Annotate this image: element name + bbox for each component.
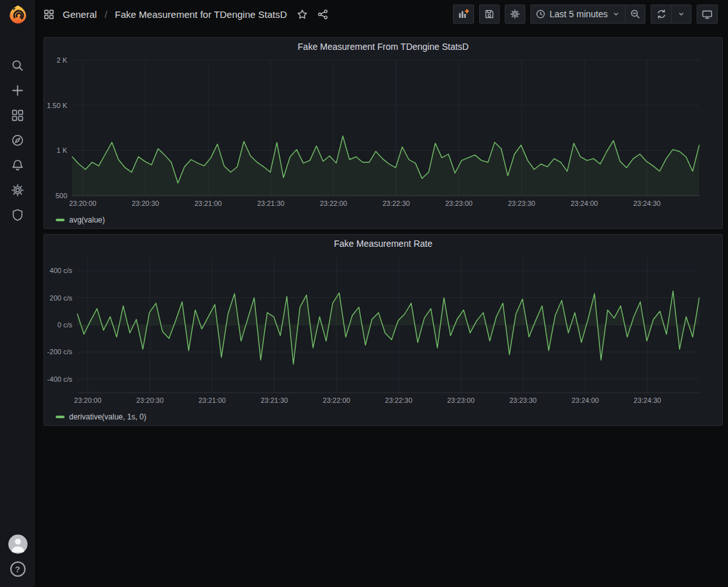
sidebar-item-create[interactable] (5, 84, 31, 97)
dashboard-toolbar: Last 5 minutes (453, 4, 718, 24)
panel-header[interactable]: Fake Measurement From TDengine StatsD (44, 38, 722, 55)
legend-label[interactable]: avg(value) (69, 215, 105, 224)
sidebar-item-alerting[interactable] (5, 159, 31, 171)
refresh-button[interactable] (651, 4, 671, 24)
apps-grid-icon[interactable] (44, 9, 54, 20)
time-controls: Last 5 minutes (530, 4, 645, 24)
cycle-view-mode-button[interactable] (697, 4, 718, 24)
share-icon (317, 9, 328, 20)
grafana-logo[interactable] (0, 0, 35, 28)
sidebar-item-configuration[interactable] (5, 184, 31, 196)
person-icon (8, 535, 28, 554)
dashboards-grid-icon (11, 109, 24, 122)
panel-fake-measurement-rate: Fake Measurement Rate 23:20:0023:20:3023… (44, 234, 723, 426)
help-icon: ? (15, 565, 20, 574)
main-content: General / Fake Measurement for TDengine … (35, 0, 728, 426)
svg-text:1 K: 1 K (56, 146, 67, 154)
share-dashboard-button[interactable] (317, 9, 328, 20)
svg-text:23:23:30: 23:23:30 (509, 396, 537, 404)
sidebar-menu (5, 59, 31, 221)
svg-text:23:24:30: 23:24:30 (634, 396, 661, 404)
svg-text:23:22:00: 23:22:00 (320, 200, 347, 207)
timeseries-chart-avg-value[interactable]: 23:20:0023:20:3023:21:0023:21:3023:22:00… (44, 55, 722, 212)
refresh-interval-dropdown[interactable] (671, 4, 692, 24)
zoom-out-button[interactable] (625, 4, 645, 24)
gear-icon (510, 9, 520, 19)
time-range-label: Last 5 minutes (550, 9, 608, 19)
shield-icon (11, 208, 24, 222)
top-navbar: General / Fake Measurement for TDengine … (35, 0, 728, 28)
dashboard-settings-button[interactable] (505, 4, 525, 24)
svg-text:23:20:30: 23:20:30 (136, 396, 164, 404)
plus-icon (11, 84, 24, 97)
breadcrumb-separator: / (104, 9, 107, 20)
chevron-down-icon (612, 10, 621, 19)
kiosk-monitor-icon (702, 9, 713, 20)
refresh-controls (651, 4, 692, 24)
legend-color-swatch[interactable] (56, 416, 65, 418)
user-avatar[interactable] (8, 535, 28, 554)
grafana-flame-icon (8, 4, 28, 24)
gear-icon (11, 184, 24, 197)
svg-text:23:23:00: 23:23:00 (445, 200, 473, 207)
panel-title: Fake Measurement From TDengine StatsD (297, 42, 468, 52)
svg-text:23:21:00: 23:21:00 (194, 200, 222, 207)
svg-text:23:21:00: 23:21:00 (198, 396, 226, 404)
bell-icon (11, 159, 24, 172)
svg-text:-200 c/s: -200 c/s (47, 348, 73, 356)
svg-text:1.50 K: 1.50 K (47, 102, 67, 109)
svg-text:200 c/s: 200 c/s (50, 294, 73, 302)
save-dashboard-button[interactable] (479, 4, 500, 24)
star-icon (297, 9, 308, 20)
svg-text:23:24:00: 23:24:00 (571, 200, 598, 207)
svg-text:400 c/s: 400 c/s (50, 267, 73, 274)
svg-text:23:23:00: 23:23:00 (447, 396, 475, 404)
sidebar-item-search[interactable] (5, 59, 31, 72)
time-range-picker[interactable]: Last 5 minutes (530, 4, 625, 24)
sidebar: ? (0, 0, 35, 587)
svg-text:23:24:00: 23:24:00 (571, 396, 599, 404)
breadcrumb-dashboard-title[interactable]: Fake Measurement for TDengine StatsD (115, 9, 287, 20)
zoom-out-icon (630, 9, 640, 19)
svg-text:23:20:00: 23:20:00 (69, 200, 97, 207)
svg-text:23:24:30: 23:24:30 (633, 200, 661, 207)
svg-text:-400 c/s: -400 c/s (47, 375, 73, 383)
svg-text:23:22:30: 23:22:30 (383, 200, 410, 207)
help-button[interactable]: ? (10, 561, 26, 577)
svg-text:500: 500 (56, 192, 67, 200)
star-dashboard-button[interactable] (297, 9, 308, 20)
search-icon (11, 59, 24, 72)
compass-icon (11, 134, 24, 147)
svg-text:23:20:00: 23:20:00 (74, 396, 102, 404)
sidebar-item-server-admin[interactable] (5, 208, 31, 221)
add-panel-button[interactable] (453, 4, 474, 24)
svg-text:0 c/s: 0 c/s (58, 321, 73, 329)
svg-text:23:21:30: 23:21:30 (260, 396, 288, 404)
breadcrumb-group[interactable]: General (63, 9, 97, 20)
legend-color-swatch[interactable] (56, 219, 65, 221)
clock-icon (535, 9, 546, 19)
panel-title: Fake Measurement Rate (334, 239, 432, 249)
sidebar-item-explore[interactable] (5, 134, 31, 146)
svg-text:23:21:30: 23:21:30 (257, 200, 285, 207)
svg-text:23:20:30: 23:20:30 (132, 200, 159, 207)
sidebar-item-dashboards[interactable] (5, 109, 31, 121)
chevron-down-icon (677, 10, 686, 19)
add-panel-icon (458, 9, 469, 19)
sidebar-bottom: ? (8, 535, 28, 577)
panel-fake-measurement: Fake Measurement From TDengine StatsD 23… (44, 37, 723, 229)
legend: derivative(value, 1s, 0) (44, 409, 722, 423)
legend: avg(value) (44, 212, 722, 226)
svg-text:23:22:00: 23:22:00 (323, 396, 351, 404)
svg-text:2 K: 2 K (56, 56, 67, 64)
svg-text:23:23:30: 23:23:30 (508, 200, 535, 207)
legend-label[interactable]: derivative(value, 1s, 0) (69, 412, 146, 421)
save-icon (484, 9, 495, 19)
svg-text:23:22:30: 23:22:30 (385, 396, 413, 404)
timeseries-chart-derivative[interactable]: 23:20:0023:20:3023:21:0023:21:3023:22:00… (44, 252, 722, 409)
dashboard-grid: Fake Measurement From TDengine StatsD 23… (35, 28, 728, 426)
panel-header[interactable]: Fake Measurement Rate (44, 235, 722, 252)
refresh-icon (656, 9, 667, 19)
